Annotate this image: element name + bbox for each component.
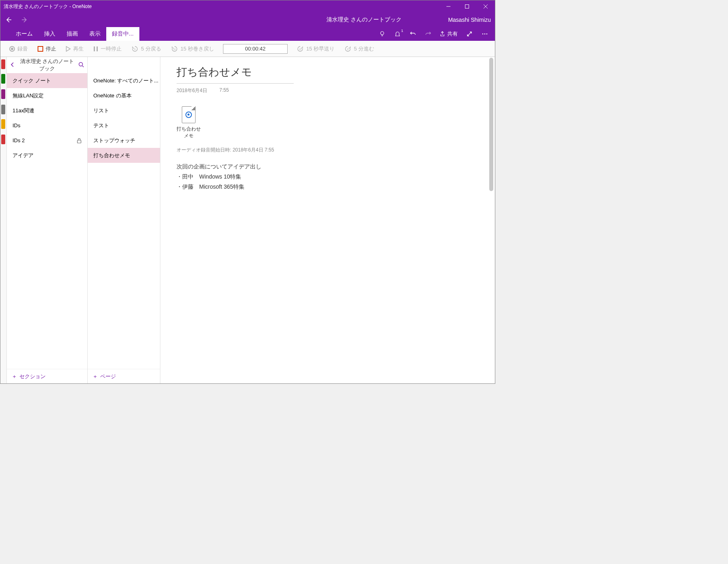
- fwd-5min-button: 55 分進む: [340, 42, 378, 55]
- lock-icon: [77, 138, 82, 143]
- note-line: 次回の企画についてアイデア出し: [177, 162, 479, 172]
- note-line: ・田中 Windows 10特集: [177, 172, 479, 182]
- page-time: 7:55: [219, 87, 229, 94]
- record-icon: [9, 46, 15, 52]
- user-name[interactable]: Masashi Shimizu: [448, 17, 491, 23]
- rewind-icon: 15: [171, 45, 178, 53]
- undo-icon[interactable]: [405, 27, 421, 41]
- attachment-label: 打ち合わせ: [177, 126, 201, 133]
- section-item[interactable]: 無線LAN設定: [7, 88, 87, 103]
- page-item[interactable]: 打ち合わせメモ: [88, 148, 160, 163]
- svg-rect-16: [78, 140, 81, 143]
- gutter-tab[interactable]: [1, 135, 5, 144]
- section-item[interactable]: IDs 2: [7, 133, 87, 148]
- section-item[interactable]: アイデア: [7, 148, 87, 163]
- section-item[interactable]: 11ax関連: [7, 103, 87, 118]
- gutter-tab[interactable]: [1, 89, 5, 99]
- plus-icon: ＋: [93, 373, 98, 380]
- section-item[interactable]: IDs: [7, 118, 87, 133]
- back-15sec-button: 1515 秒巻き戻し: [167, 42, 218, 55]
- redo-icon[interactable]: [421, 27, 436, 41]
- page-canvas[interactable]: 打ち合わせメモ 2018年6月4日 7:55 打ち合わせ メモ オーディオ録音開…: [160, 57, 495, 383]
- svg-point-5: [482, 34, 484, 35]
- body: 清水理史 さんのノートブック クイック ノート 無線LAN設定 11ax関連 I…: [0, 57, 495, 383]
- forward-icon: 15: [297, 45, 304, 53]
- search-button[interactable]: [74, 62, 84, 69]
- rewind-icon: 5: [131, 45, 139, 53]
- plus-icon: ＋: [12, 373, 17, 380]
- pages-panel: OneNote: すべてのノート... OneNote の基本 リスト テスト …: [88, 57, 160, 383]
- note-line: ・伊藤 Microsoft 365特集: [177, 182, 479, 192]
- gutter-tab[interactable]: [1, 119, 5, 129]
- page-item[interactable]: テスト: [88, 118, 160, 133]
- tab-row: ホーム 挿入 描画 表示 録音中... 1 共有: [0, 27, 495, 41]
- svg-point-14: [79, 62, 83, 66]
- add-section-button[interactable]: ＋セクション: [7, 369, 87, 383]
- share-button[interactable]: 共有: [436, 30, 462, 38]
- audio-ribbon: 録音 停止 再生 一時停止 55 分戻る 1515 秒巻き戻し 00:00:42…: [0, 41, 495, 57]
- svg-text:5: 5: [134, 48, 136, 51]
- svg-text:5: 5: [347, 48, 349, 51]
- close-button[interactable]: [476, 0, 495, 13]
- page-item[interactable]: OneNote: すべてのノート...: [88, 73, 160, 88]
- notebook-back-button[interactable]: [10, 62, 20, 68]
- svg-rect-1: [465, 5, 469, 8]
- scrollbar-thumb[interactable]: [489, 58, 493, 191]
- gutter-tab[interactable]: [1, 59, 5, 69]
- page-title[interactable]: 打ち合わせメモ: [177, 65, 294, 81]
- audio-attachment[interactable]: 打ち合わせ メモ: [177, 106, 201, 139]
- page-item[interactable]: ストップウォッチ: [88, 133, 160, 148]
- audio-start-info: オーディオ録音開始日時: 2018年6月4日 7:55: [177, 147, 479, 154]
- minimize-button[interactable]: [439, 0, 458, 13]
- svg-point-4: [381, 32, 384, 35]
- page-meta: 2018年6月4日 7:55: [177, 84, 479, 106]
- pages-list: OneNote: すべてのノート... OneNote の基本 リスト テスト …: [88, 57, 160, 369]
- fullscreen-icon[interactable]: [462, 27, 477, 41]
- header-actions: 1 共有: [375, 27, 495, 41]
- stop-button[interactable]: 停止: [34, 42, 60, 55]
- page-item[interactable]: リスト: [88, 103, 160, 118]
- add-page-button[interactable]: ＋ページ: [88, 369, 160, 383]
- maximize-button[interactable]: [458, 0, 476, 13]
- play-button: 再生: [62, 42, 88, 55]
- nav-back-button[interactable]: [0, 13, 17, 27]
- tab-draw[interactable]: 描画: [61, 27, 84, 41]
- attachment-label: メモ: [184, 133, 194, 139]
- note-body[interactable]: 次回の企画についてアイデア出し ・田中 Windows 10特集 ・伊藤 Mic…: [177, 162, 479, 192]
- page-date: 2018年6月4日: [177, 87, 207, 94]
- tab-home[interactable]: ホーム: [10, 27, 38, 41]
- section-color-gutter: [0, 57, 7, 383]
- svg-rect-9: [97, 46, 98, 51]
- svg-point-7: [486, 34, 488, 35]
- gutter-tab[interactable]: [1, 105, 5, 114]
- more-icon[interactable]: [477, 27, 492, 41]
- back-5min-button: 55 分戻る: [127, 42, 165, 55]
- svg-point-6: [484, 34, 486, 35]
- titlebar: 清水理史 さんのノートブック - OneNote: [0, 0, 495, 13]
- section-item[interactable]: クイック ノート: [7, 73, 87, 88]
- lightbulb-icon[interactable]: [375, 27, 390, 41]
- notebook-name[interactable]: 清水理史 さんのノートブック: [20, 58, 74, 72]
- scrollbar[interactable]: [488, 58, 494, 383]
- tab-view[interactable]: 表示: [84, 27, 106, 41]
- sections-panel: 清水理史 さんのノートブック クイック ノート 無線LAN設定 11ax関連 I…: [7, 57, 88, 383]
- gutter-tab[interactable]: [1, 74, 5, 84]
- tabs: ホーム 挿入 描画 表示 録音中...: [0, 27, 139, 41]
- window-title: 清水理史 さんのノートブック - OneNote: [0, 3, 92, 10]
- notebook-title[interactable]: 清水理史 さんのノートブック: [326, 16, 402, 23]
- tab-insert[interactable]: 挿入: [38, 27, 61, 41]
- record-button: 録音: [5, 42, 32, 55]
- pause-icon: [93, 46, 98, 52]
- header-row: 清水理史 さんのノートブック Masashi Shimizu: [0, 13, 495, 27]
- stop-icon: [38, 46, 43, 52]
- notification-badge: 1: [401, 29, 403, 33]
- nav-forward-button[interactable]: [17, 13, 33, 27]
- svg-rect-8: [94, 46, 95, 51]
- sections-list: クイック ノート 無線LAN設定 11ax関連 IDs IDs 2 アイデア: [7, 73, 87, 369]
- tab-recording[interactable]: 録音中...: [106, 27, 139, 41]
- recording-timer: 00:00:42: [223, 44, 288, 54]
- svg-text:15: 15: [299, 48, 301, 51]
- svg-line-15: [82, 66, 84, 67]
- page-item[interactable]: OneNote の基本: [88, 88, 160, 103]
- notifications-icon[interactable]: 1: [390, 27, 405, 41]
